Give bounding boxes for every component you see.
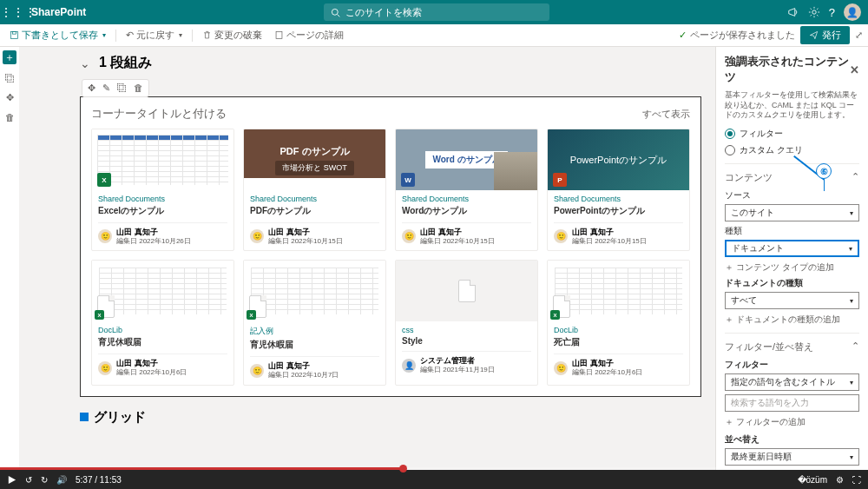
- chevron-down-icon: ▾: [850, 297, 853, 305]
- section-content[interactable]: コンテンツ⌃: [725, 171, 859, 184]
- source-dropdown[interactable]: このサイト▾: [725, 204, 859, 221]
- send-icon: [809, 30, 819, 40]
- user-avatar[interactable]: 👤: [844, 3, 861, 21]
- see-all-link[interactable]: すべて表示: [642, 108, 690, 121]
- trash-icon: [202, 30, 212, 40]
- webpart-toolbar: ✥ ✎ ⿻ 🗑: [82, 79, 149, 97]
- add-doctype[interactable]: ＋ ドキュメントの種類の追加: [725, 314, 859, 326]
- quality-icon[interactable]: �özüm: [798, 475, 827, 485]
- card-title: Excelのサンプル: [98, 205, 227, 217]
- author-name: 山田 真知子: [116, 228, 191, 237]
- card-title: 育児休暇届: [98, 336, 227, 348]
- add-content-type[interactable]: ＋ コンテンツ タイプの追加: [725, 261, 859, 274]
- radio-custom-query[interactable]: カスタム クエリ: [725, 144, 859, 156]
- content-card[interactable]: PowerPointのサンプルP Shared Documents PowerP…: [547, 129, 690, 251]
- edit-webpart-icon[interactable]: ✎: [102, 83, 110, 94]
- author-avatar: 👤: [402, 359, 416, 373]
- page-icon: [274, 30, 284, 40]
- property-pane: 強調表示されたコンテンツ ✕ 基本フィルターを使用して検索結果を絞り込むか、CA…: [715, 47, 868, 470]
- content-card[interactable]: css Style 👤 システム管理者 編集日 2021年11月19日: [395, 260, 538, 385]
- move-icon[interactable]: ✥: [6, 92, 14, 103]
- content-card[interactable]: Word のサンプルW Shared Documents Wordのサンプル 🙂…: [395, 129, 538, 251]
- copy-icon[interactable]: ⿻: [5, 73, 15, 83]
- card-title: 育児休暇届: [250, 339, 379, 351]
- rewind-button[interactable]: ↺: [25, 475, 32, 485]
- edit-date: 編集日 2022年10月6日: [116, 368, 187, 377]
- filter-text-input[interactable]: 検索する語句を入力: [725, 394, 859, 412]
- doctype-dropdown[interactable]: すべて▾: [725, 292, 859, 309]
- card-title: PowerPointのサンプル: [554, 205, 683, 217]
- radio-filter[interactable]: フィルター: [725, 128, 859, 140]
- help-icon[interactable]: ?: [829, 6, 835, 19]
- blue-square-icon: [80, 413, 89, 421]
- webpart-title-input[interactable]: コーナータイトルと付ける: [91, 106, 227, 122]
- sort-dropdown[interactable]: 最終更新日時順▾: [725, 448, 859, 466]
- collapse-section-icon[interactable]: ⌄: [80, 56, 90, 70]
- app-launcher[interactable]: ⋮⋮⋮: [0, 5, 24, 19]
- card-library: DocLib: [554, 326, 683, 334]
- content-card[interactable]: X 記入例 育児休暇届 🙂 山田 真知子 編集日 2022年10月7日: [243, 260, 386, 385]
- edit-date: 編集日 2022年10月26日: [116, 237, 191, 246]
- add-filter[interactable]: ＋ フィルターの追加: [725, 416, 859, 428]
- author-avatar: 🙂: [554, 361, 568, 375]
- video-controls: ↺ ↻ 🔊 5:37 / 11:53 �özüm ⚙ ⛶: [0, 470, 868, 489]
- filter-dropdown[interactable]: 指定の語句を含むタイトル▾: [725, 373, 859, 391]
- brand: SharePoint: [24, 6, 93, 18]
- author-name: 山田 真知子: [116, 359, 187, 368]
- save-draft-button[interactable]: 下書きとして保存 ▾: [5, 27, 110, 43]
- author-name: 山田 真知子: [268, 228, 343, 237]
- card-library: Shared Documents: [250, 195, 379, 203]
- add-section-button[interactable]: ＋: [3, 50, 16, 64]
- author-avatar: 🙂: [250, 229, 264, 243]
- close-panel-icon[interactable]: ✕: [850, 63, 859, 76]
- megaphone-icon[interactable]: [787, 6, 799, 18]
- edit-date: 編集日 2022年10月7日: [268, 371, 339, 380]
- svg-point-2: [812, 10, 816, 14]
- author-name: 山田 真知子: [420, 228, 495, 237]
- author-name: 山田 真知子: [268, 361, 339, 371]
- search-icon: [331, 8, 340, 17]
- settings-video-icon[interactable]: ⚙: [836, 475, 844, 485]
- saved-status: ✓ ページが保存されました: [679, 29, 795, 42]
- chevron-down-icon: ▾: [850, 379, 853, 387]
- forward-button[interactable]: ↻: [41, 475, 48, 485]
- author-avatar: 🙂: [98, 361, 112, 375]
- discard-button[interactable]: 変更の破棄: [198, 27, 266, 43]
- publish-button[interactable]: 発行: [800, 26, 850, 44]
- undo-button[interactable]: ↶ 元に戻す ▾: [122, 27, 187, 43]
- content-card[interactable]: X DocLib 育児休暇届 🙂 山田 真知子 編集日 2022年10月6日: [91, 260, 234, 385]
- panel-title: 強調表示されたコンテンツ: [725, 54, 850, 85]
- card-title: 死亡届: [554, 336, 683, 348]
- delete-icon[interactable]: 🗑: [5, 112, 15, 122]
- fullscreen-icon[interactable]: ⛶: [852, 475, 861, 485]
- video-progress[interactable]: [0, 467, 868, 470]
- svg-rect-4: [12, 31, 16, 34]
- expand-icon[interactable]: ⤢: [855, 30, 863, 41]
- author-name: システム管理者: [420, 356, 495, 366]
- content-card[interactable]: X Shared Documents Excelのサンプル 🙂 山田 真知子 編…: [91, 129, 234, 251]
- svg-line-1: [338, 14, 340, 17]
- author-name: 山田 真知子: [572, 228, 647, 237]
- author-name: 山田 真知子: [572, 359, 642, 368]
- section-filter-sort[interactable]: フィルター/並べ替え⌃: [725, 340, 859, 354]
- file-icon: [458, 280, 476, 302]
- undo-icon: ↶: [126, 30, 134, 41]
- edit-date: 編集日 2022年10月6日: [572, 368, 642, 377]
- callout-badge-6: ⑥: [816, 163, 832, 179]
- content-card[interactable]: X DocLib 死亡届 🙂 山田 真知子 編集日 2022年10月6日: [547, 260, 690, 385]
- card-library: Shared Documents: [554, 195, 683, 203]
- play-button[interactable]: [7, 475, 16, 485]
- save-icon: [10, 30, 19, 40]
- search-input[interactable]: このサイトを検索: [324, 3, 549, 21]
- content-card[interactable]: PDF のサンプル市場分析と SWOT Shared Documents PDF…: [243, 129, 386, 251]
- card-library: Shared Documents: [402, 195, 531, 203]
- section-title: 1 段組み: [99, 54, 152, 72]
- type-dropdown[interactable]: ドキュメント▾: [725, 240, 859, 257]
- delete-webpart-icon[interactable]: 🗑: [134, 83, 143, 94]
- settings-icon[interactable]: [808, 6, 820, 18]
- page-details-button[interactable]: ページの詳細: [270, 27, 348, 43]
- move-webpart-icon[interactable]: ✥: [88, 83, 95, 94]
- volume-button[interactable]: 🔊: [56, 475, 67, 485]
- highlighted-content-webpart[interactable]: コーナータイトルと付ける すべて表示 X Shared Documents Ex…: [80, 96, 701, 397]
- duplicate-webpart-icon[interactable]: ⿻: [117, 83, 127, 94]
